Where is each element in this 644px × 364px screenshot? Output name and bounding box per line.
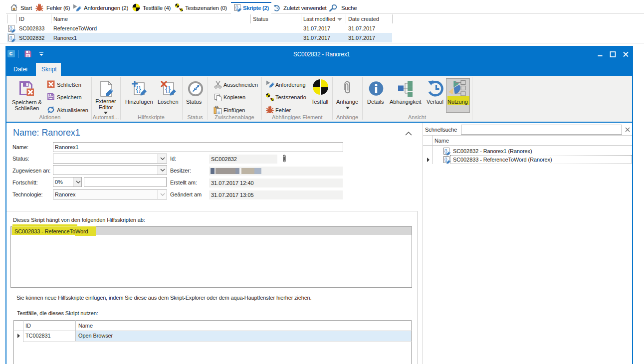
svg-text:{}: {} [444,148,447,154]
svg-text:{}: {} [235,4,238,10]
svg-text:{}: {} [9,35,12,40]
svg-text:{}: {} [136,85,141,93]
svg-text:{}: {} [444,157,447,162]
svg-text:{}: {} [9,25,12,31]
